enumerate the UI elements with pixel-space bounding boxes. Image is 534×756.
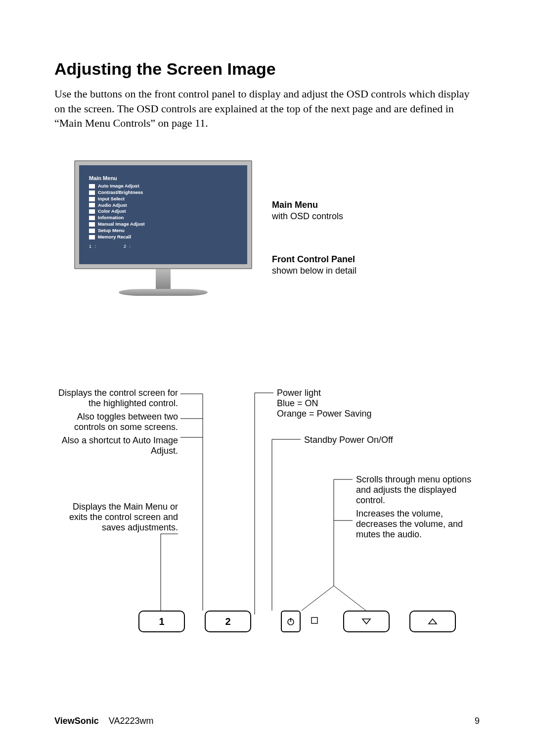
- osd-item: Setup Menu: [89, 228, 237, 234]
- osd-footer-left: 1 :: [89, 244, 97, 249]
- osd-item: Input Select: [89, 196, 237, 202]
- footer-model: VA2223wm: [109, 716, 154, 726]
- monitor-illustration-zone: Main Menu Auto Image Adjust Contrast/Bri…: [54, 160, 480, 338]
- label-line: Also toggles between two controls on som…: [54, 412, 178, 432]
- caption-bold: Front Control Panel: [272, 254, 356, 265]
- label-standby: Standby Power On/Off: [304, 435, 393, 445]
- chevron-down-icon: [361, 618, 371, 625]
- caption-main-menu: Main Menu with OSD controls: [272, 200, 343, 222]
- footer-left: ViewSonic VA2223wm: [54, 716, 153, 726]
- label-power-light: Power light Blue = ON Orange = Power Sav…: [277, 388, 372, 419]
- label-line: Displays the Main Menu or exits the cont…: [54, 502, 178, 533]
- button-2[interactable]: 2: [205, 611, 251, 632]
- svg-line-19: [334, 586, 366, 611]
- monitor-screen: Main Menu Auto Image Adjust Contrast/Bri…: [79, 165, 247, 264]
- osd-item: Manual Image Adjust: [89, 221, 237, 228]
- power-icon: [286, 617, 295, 626]
- osd-footer: 1 : 2 :: [89, 244, 237, 249]
- osd-item-icon: [89, 184, 95, 189]
- osd-item-icon: [89, 216, 95, 220]
- page-footer: ViewSonic VA2223wm 9: [54, 716, 480, 726]
- osd-item: Audio Adjust: [89, 202, 237, 209]
- label-line: Increases the volume, decreases the volu…: [356, 509, 480, 540]
- caption-fcp: Front Control Panel shown below in detai…: [272, 254, 356, 276]
- osd-item-label: Color Adjust: [98, 208, 126, 214]
- chevron-up-icon: [428, 618, 438, 625]
- osd-item: Information: [89, 215, 237, 221]
- label-line: Displays the control screen for the high…: [54, 388, 178, 409]
- button-power[interactable]: [281, 611, 301, 632]
- button-1[interactable]: 1: [138, 611, 185, 632]
- footer-page-number: 9: [475, 716, 480, 726]
- osd-item-icon: [89, 203, 95, 207]
- button-up[interactable]: [409, 611, 456, 632]
- svg-line-18: [302, 586, 334, 611]
- label-arrows: Scrolls through menu options and adjusts…: [356, 474, 480, 540]
- label-line: Scrolls through menu options and adjusts…: [356, 474, 480, 506]
- osd-menu-list: Auto Image Adjust Contrast/Brightness In…: [89, 183, 237, 240]
- osd-item-label: Memory Recall: [98, 234, 131, 239]
- label-line: Power light: [277, 388, 372, 398]
- osd-item-icon: [89, 190, 95, 195]
- label-btn2: Displays the control screen for the high…: [54, 388, 178, 456]
- monitor-frame: Main Menu Auto Image Adjust Contrast/Bri…: [74, 160, 252, 269]
- monitor-stand-neck: [156, 269, 171, 289]
- osd-item: Color Adjust: [89, 208, 237, 215]
- label-btn1: Displays the Main Menu or exits the cont…: [54, 502, 178, 533]
- osd-item-icon: [89, 197, 95, 201]
- buttons-row: 1 2: [138, 611, 480, 632]
- label-line: Standby Power On/Off: [304, 435, 393, 445]
- osd-item-label: Information: [98, 215, 124, 220]
- power-indicator: [306, 611, 323, 630]
- osd-footer-right: 2 :: [124, 244, 132, 249]
- svg-rect-28: [312, 617, 317, 623]
- osd-item-label: Setup Menu: [98, 228, 125, 233]
- osd-title: Main Menu: [89, 175, 237, 181]
- osd-item-label: Audio Adjust: [98, 202, 127, 208]
- intro-paragraph: Use the buttons on the front control pan…: [54, 87, 480, 131]
- monitor-stand-base: [119, 289, 208, 296]
- caption-bold: Main Menu: [272, 200, 343, 210]
- page-title: Adjusting the Screen Image: [54, 59, 480, 79]
- control-panel-diagram: Displays the control screen for the high…: [54, 388, 480, 665]
- label-line: Orange = Power Saving: [277, 409, 372, 419]
- osd-item: Memory Recall: [89, 234, 237, 240]
- osd-item-label: Contrast/Brightness: [98, 189, 143, 195]
- monitor-illustration: Main Menu Auto Image Adjust Contrast/Bri…: [74, 160, 252, 299]
- osd-item-label: Manual Image Adjust: [98, 221, 145, 227]
- button-down[interactable]: [343, 611, 390, 632]
- svg-marker-29: [362, 619, 370, 624]
- osd-item-icon: [89, 222, 95, 227]
- footer-brand: ViewSonic: [54, 716, 99, 726]
- caption-sub: shown below in detail: [272, 266, 356, 276]
- osd-item-icon: [89, 229, 95, 233]
- svg-marker-30: [429, 619, 437, 624]
- osd-item-label: Input Select: [98, 196, 125, 201]
- label-line: Blue = ON: [277, 398, 372, 409]
- label-line: Also a shortcut to Auto Image Adjust.: [54, 435, 178, 456]
- osd-item: Auto Image Adjust: [89, 183, 237, 189]
- osd-item-icon: [89, 209, 95, 214]
- square-icon: [311, 617, 318, 624]
- osd-item-icon: [89, 235, 95, 239]
- osd-item: Contrast/Brightness: [89, 189, 237, 196]
- caption-sub: with OSD controls: [272, 211, 343, 222]
- osd-item-label: Auto Image Adjust: [98, 183, 139, 189]
